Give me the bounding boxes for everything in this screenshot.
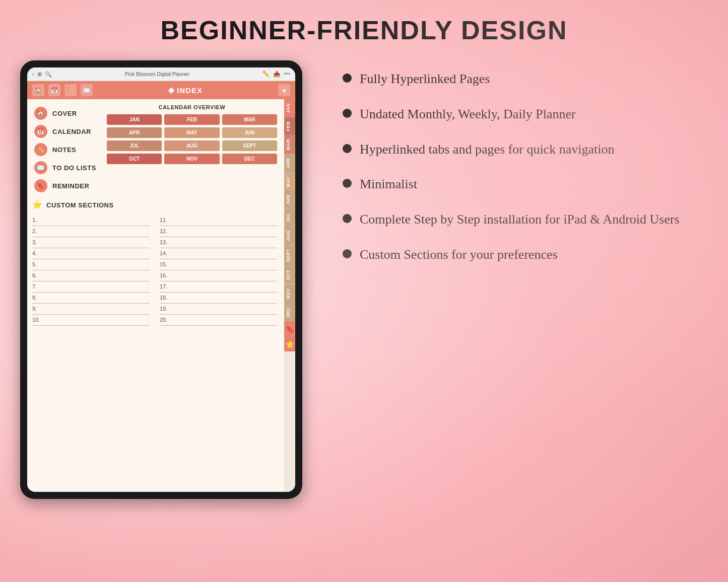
nav-item-reminder[interactable]: 🔖 REMINDER bbox=[32, 177, 103, 195]
tablet: ‹ ⊞ 🔍 Pink Blossom Digital Planner ✏️ 📤 … bbox=[20, 60, 302, 499]
tab-mar[interactable]: MAR bbox=[284, 135, 295, 154]
line-item-2: 2. bbox=[32, 226, 150, 237]
month-jun[interactable]: JUN bbox=[222, 127, 277, 138]
custom-sections-header: ⭐ CUSTOM SECTIONS bbox=[32, 200, 277, 210]
tab-jul[interactable]: JUL bbox=[284, 209, 295, 227]
tab-nov[interactable]: NOV bbox=[284, 284, 295, 303]
month-sept[interactable]: SEPT bbox=[222, 140, 277, 151]
feature-text-4: Minimalist bbox=[360, 176, 417, 193]
index-label: ◆ INDEX bbox=[168, 86, 203, 95]
tab-bookmark[interactable]: 🔖 bbox=[284, 321, 295, 336]
notes-nav-icon: ✏️ bbox=[34, 143, 47, 156]
notes-label: NOTES bbox=[52, 146, 76, 154]
feature-item-4: Minimalist bbox=[343, 176, 698, 193]
month-feb[interactable]: FEB bbox=[164, 114, 219, 125]
home-nav-icon: 🏠 bbox=[34, 107, 47, 120]
nav-item-cover[interactable]: 🏠 COVER bbox=[32, 104, 103, 122]
feature-item-2: Undated Monthly, Weekly, Daily Planner bbox=[343, 106, 698, 123]
tab-oct[interactable]: OCT bbox=[284, 266, 295, 284]
month-may[interactable]: MAY bbox=[164, 127, 219, 138]
month-apr[interactable]: APR bbox=[107, 127, 162, 138]
star-icon: ⭐ bbox=[32, 200, 42, 210]
bullet-3 bbox=[343, 144, 352, 153]
line-item-6: 6. bbox=[32, 270, 150, 281]
tab-dec[interactable]: DEC bbox=[284, 303, 295, 322]
line-item-17: 17. bbox=[160, 281, 277, 293]
edit-icon[interactable]: ✏️ bbox=[262, 70, 270, 78]
line-item-20: 20. bbox=[160, 315, 277, 326]
line-item-11: 11. bbox=[160, 215, 277, 226]
feature-text-5: Complete Step by Step installation for i… bbox=[360, 211, 680, 228]
nav-item-calendar[interactable]: 📅 CALENDAR bbox=[32, 122, 103, 140]
line-item-10: 10. bbox=[32, 315, 150, 326]
line-item-3: 3. bbox=[32, 237, 150, 248]
line-item-4: 4. bbox=[32, 248, 150, 259]
toolbar-home-icon[interactable]: 🏠 bbox=[32, 84, 44, 96]
more-icon[interactable]: ••• bbox=[284, 70, 290, 78]
search-icon[interactable]: 🔍 bbox=[45, 71, 52, 78]
feature-item-5: Complete Step by Step installation for i… bbox=[343, 211, 698, 228]
lines-grid: 1. 11. 2. 12. 3. 13. 4. 14. 5. 15. 6. 16… bbox=[32, 215, 277, 326]
top-section: 🏠 COVER 📅 CALENDAR ✏️ NOTES bbox=[32, 104, 277, 195]
tab-feb[interactable]: FEB bbox=[284, 117, 295, 135]
line-item-9: 9. bbox=[32, 304, 150, 315]
cover-label: COVER bbox=[52, 110, 77, 117]
tab-sept[interactable]: SEPT bbox=[284, 245, 295, 266]
grid-icon[interactable]: ⊞ bbox=[37, 71, 42, 78]
tab-jan[interactable]: JAN bbox=[284, 99, 295, 117]
line-item-16: 16. bbox=[160, 270, 277, 281]
month-jul[interactable]: JUL bbox=[107, 140, 162, 151]
browser-nav-icons: ‹ ⊞ 🔍 bbox=[32, 71, 52, 78]
tab-jun[interactable]: JUN bbox=[284, 191, 295, 209]
line-item-19: 19. bbox=[160, 304, 277, 315]
sidebar-tabs: JAN FEB MAR APR MAY JUN JUL AUG SEPT OCT… bbox=[284, 99, 295, 492]
month-jan[interactable]: JAN bbox=[107, 114, 162, 125]
bullet-4 bbox=[343, 179, 352, 188]
bullet-6 bbox=[343, 249, 352, 258]
bullet-5 bbox=[343, 214, 352, 223]
line-item-7: 7. bbox=[32, 281, 150, 293]
reminder-label: REMINDER bbox=[52, 182, 89, 190]
todo-label: TO DO LISTS bbox=[52, 164, 96, 172]
bullet-2 bbox=[343, 109, 352, 118]
reminder-nav-icon: 🔖 bbox=[34, 179, 47, 192]
tab-may[interactable]: MAY bbox=[284, 173, 295, 191]
toolbar-pen-icon[interactable]: ✏️ bbox=[64, 84, 77, 96]
page-title: BEGINNER-FRIENDLY DESIGN bbox=[0, 0, 728, 55]
tab-aug[interactable]: AUG bbox=[284, 226, 295, 245]
share-icon[interactable]: 📤 bbox=[273, 70, 281, 78]
back-icon[interactable]: ‹ bbox=[32, 71, 34, 77]
feature-text-6: Custom Sections for your preferences bbox=[360, 246, 558, 263]
tab-star[interactable]: ⭐ bbox=[284, 336, 295, 351]
month-nov[interactable]: NOV bbox=[164, 154, 219, 164]
todo-nav-icon: ✉️ bbox=[34, 161, 47, 174]
feature-item-1: Fully Hyperlinked Pages bbox=[343, 70, 698, 88]
feature-item-6: Custom Sections for your preferences bbox=[343, 246, 698, 263]
calendar-overview: CALENDAR OVERVIEW JAN FEB MAR APR MAY JU… bbox=[107, 104, 277, 195]
feature-item-3: Hyperlinked tabs and pages for quick nav… bbox=[343, 141, 698, 158]
bullet-1 bbox=[343, 74, 352, 83]
month-aug[interactable]: AUG bbox=[164, 140, 219, 151]
line-item-13: 13. bbox=[160, 237, 277, 248]
line-item-14: 14. bbox=[160, 248, 277, 259]
browser-action-icons: ✏️ 📤 ••• bbox=[262, 70, 290, 78]
line-item-15: 15. bbox=[160, 259, 277, 270]
nav-item-notes[interactable]: ✏️ NOTES bbox=[32, 140, 103, 159]
line-item-18: 18. bbox=[160, 293, 277, 304]
toolbar-calendar-icon[interactable]: 📅 bbox=[48, 84, 60, 96]
diamond-icon: ◆ bbox=[168, 86, 175, 95]
month-oct[interactable]: OCT bbox=[107, 154, 162, 164]
line-item-1: 1. bbox=[32, 215, 150, 226]
tab-apr[interactable]: APR bbox=[284, 154, 295, 173]
calendar-label: CALENDAR bbox=[52, 128, 91, 135]
nav-item-todo[interactable]: ✉️ TO DO LISTS bbox=[32, 159, 103, 177]
toolbar-mail-icon[interactable]: ✉️ bbox=[81, 84, 93, 96]
toolbar-layers-icon[interactable]: ◈ bbox=[278, 84, 290, 96]
month-dec[interactable]: DEC bbox=[222, 154, 277, 164]
feature-text-1: Fully Hyperlinked Pages bbox=[360, 70, 490, 88]
calendar-nav-icon: 📅 bbox=[34, 125, 47, 138]
planner-toolbar: 🏠 📅 ✏️ ✉️ ◆ INDEX ◈ bbox=[27, 81, 295, 99]
browser-title: Pink Blossom Digital Planner bbox=[56, 71, 259, 77]
month-mar[interactable]: MAR bbox=[222, 114, 277, 125]
browser-bar: ‹ ⊞ 🔍 Pink Blossom Digital Planner ✏️ 📤 … bbox=[27, 67, 295, 81]
